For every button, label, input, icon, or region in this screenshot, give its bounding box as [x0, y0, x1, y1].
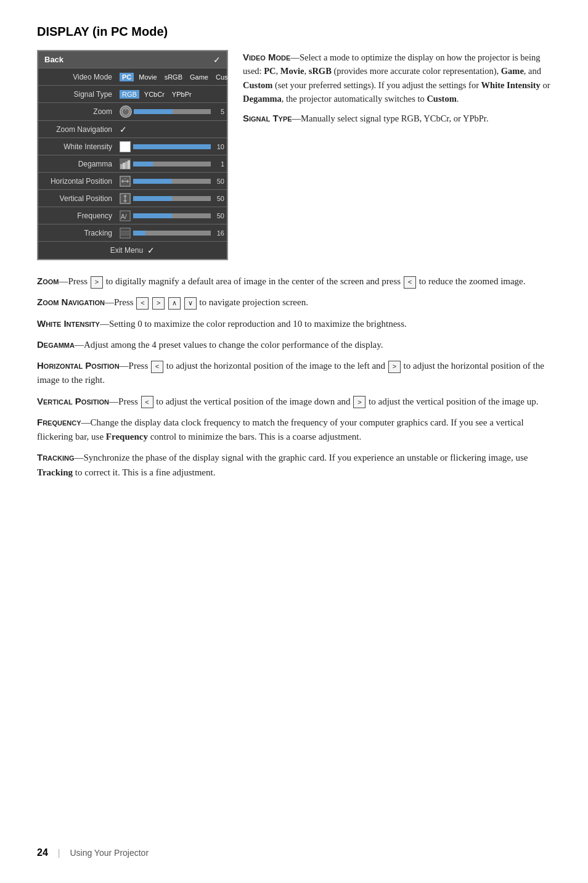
mode-btn-custom[interactable]: Custom — [213, 73, 242, 81]
desc-signal-type: Signal Type—Manually select signal type … — [243, 111, 551, 125]
signal-btn-ypbpr[interactable]: YPbPr — [169, 90, 194, 99]
top-section: Back ✓ Video Mode PC Movie sRGB Game Cus… — [37, 50, 551, 260]
zoom-slider-fill — [134, 109, 173, 114]
zoom-nav-up-btn[interactable]: ∧ — [168, 297, 181, 310]
body-section-frequency: Frequency—Change the display data clock … — [37, 415, 551, 445]
degamma-slider[interactable]: 1 — [133, 160, 224, 168]
degamma-slider-fill — [133, 162, 153, 166]
signal-btn-ycbcr[interactable]: YCbCr — [142, 90, 167, 99]
zoom-right-btn[interactable]: > — [91, 276, 103, 289]
osd-label-video-mode: Video Mode — [38, 73, 117, 81]
svg-text:A/: A/ — [121, 213, 127, 220]
frequency-icon: A/ — [120, 210, 131, 221]
body-term-zoom: Zoom — [37, 276, 59, 286]
body-term-vert-pos: Vertical Position — [37, 396, 109, 406]
horiz-pos-slider-bar — [133, 179, 211, 184]
osd-row-video-mode: Video Mode PC Movie sRGB Game Custom — [38, 68, 227, 86]
body-term-white-intensity: White Intensity — [37, 318, 100, 329]
signal-btn-rgb[interactable]: RGB — [120, 90, 139, 99]
white-intensity-slider[interactable]: 10 — [133, 143, 224, 150]
vert-pos-icon — [120, 193, 131, 204]
white-intensity-value: 10 — [213, 143, 224, 150]
mode-btn-game[interactable]: Game — [187, 73, 211, 81]
body-section-vert-pos: Vertical Position—Press < to adjust the … — [37, 394, 551, 409]
osd-row-white-intensity: White Intensity 10 — [38, 138, 227, 155]
vert-pos-slider-fill — [133, 196, 172, 201]
osd-label-vert-pos: Vertical Position — [38, 194, 117, 203]
white-intensity-icon — [120, 141, 131, 152]
body-term-degamma: Degamma — [37, 339, 75, 350]
svg-point-0 — [122, 108, 129, 115]
frequency-value: 50 — [213, 212, 224, 220]
body-section-horiz-pos: Horizontal Position—Press < to adjust th… — [37, 358, 551, 388]
desc-term-video-mode: Video Mode — [243, 52, 290, 62]
osd-content-frequency: A/ 50 — [117, 209, 227, 223]
mode-btn-srgb[interactable]: sRGB — [162, 73, 185, 81]
osd-panel: Back ✓ Video Mode PC Movie sRGB Game Cus… — [37, 50, 228, 260]
osd-label-horiz-pos: Horizontal Position — [38, 177, 117, 186]
zoom-dial-icon — [120, 105, 132, 118]
body-term-zoom-nav: Zoom Navigation — [37, 297, 105, 307]
osd-exit-check: ✓ — [147, 245, 155, 255]
footer-page-number: 24 — [37, 847, 48, 858]
osd-label-zoom-nav: Zoom Navigation — [38, 125, 117, 134]
vert-pos-value: 50 — [213, 195, 224, 202]
footer: 24 | Using Your Projector — [37, 847, 149, 858]
degamma-value: 1 — [213, 160, 224, 168]
osd-content-degamma: 1 — [117, 157, 227, 171]
osd-content-white-intensity: 10 — [117, 140, 227, 154]
osd-row-signal-type: Signal Type RGB YCbCr YPbPr — [38, 86, 227, 103]
svg-rect-5 — [128, 160, 130, 169]
desc-video-mode: Video Mode—Select a mode to optimize the… — [243, 50, 551, 106]
osd-label-degamma: Degamma — [38, 160, 117, 168]
zoom-slider-bar — [134, 109, 211, 114]
osd-row-horiz-pos: Horizontal Position 50 — [38, 173, 227, 190]
svg-rect-4 — [125, 162, 128, 169]
zoom-nav-down-btn[interactable]: ∨ — [184, 297, 197, 310]
frequency-slider[interactable]: 50 — [133, 212, 224, 220]
osd-row-zoom-nav: Zoom Navigation ✓ — [38, 121, 227, 138]
osd-content-zoom-nav: ✓ — [117, 123, 227, 136]
zoom-left-btn[interactable]: < — [404, 276, 416, 289]
osd-label-tracking: Tracking — [38, 229, 117, 237]
osd-row-vert-pos: Vertical Position 50 — [38, 190, 227, 207]
tracking-slider-bar — [133, 231, 211, 236]
degamma-slider-bar — [133, 162, 211, 166]
osd-row-zoom: Zoom 5 — [38, 103, 227, 121]
body-section-degamma: Degamma—Adjust among the 4 preset values… — [37, 337, 551, 352]
zoom-slider[interactable]: 5 — [134, 108, 224, 115]
horiz-left-btn[interactable]: < — [151, 361, 163, 373]
osd-row-frequency: Frequency A/ 50 — [38, 207, 227, 224]
osd-row-degamma: Degamma 1 — [38, 155, 227, 173]
white-intensity-slider-bar — [133, 144, 211, 149]
tracking-slider[interactable]: 16 — [133, 229, 224, 237]
body-term-tracking: Tracking — [37, 452, 75, 462]
mode-btn-movie[interactable]: Movie — [136, 73, 159, 81]
vert-down-btn[interactable]: > — [353, 396, 365, 408]
body-term-frequency: Frequency — [37, 417, 81, 427]
zoom-nav-right-btn[interactable]: > — [152, 297, 165, 310]
vert-pos-slider-bar — [133, 196, 211, 201]
svg-rect-2 — [120, 164, 123, 169]
page-title: DISPLAY (in PC Mode) — [37, 25, 551, 39]
osd-row-tracking: Tracking 16 — [38, 224, 227, 242]
svg-rect-3 — [123, 163, 125, 169]
body-term-horiz-pos: Horizontal Position — [37, 360, 120, 371]
tracking-slider-fill — [133, 231, 145, 236]
osd-back-check: ✓ — [213, 55, 221, 65]
vert-up-btn[interactable]: < — [141, 396, 153, 408]
zoom-nav-left-btn[interactable]: < — [136, 297, 149, 310]
zoom-nav-check: ✓ — [120, 125, 127, 134]
mode-btn-pc[interactable]: PC — [120, 73, 134, 81]
osd-label-zoom: Zoom — [38, 107, 117, 116]
osd-content-horiz-pos: 50 — [117, 175, 227, 188]
white-intensity-slider-fill — [133, 144, 211, 149]
description-panel: Video Mode—Select a mode to optimize the… — [243, 50, 551, 260]
horiz-right-btn[interactable]: > — [388, 361, 401, 373]
horiz-pos-slider[interactable]: 50 — [133, 178, 224, 185]
footer-divider: | — [58, 848, 60, 858]
vert-pos-slider[interactable]: 50 — [133, 195, 224, 202]
body-section-zoom-nav: Zoom Navigation—Press < > ∧ ∨ to navigat… — [37, 295, 551, 310]
osd-exit-label: Exit Menu — [110, 246, 143, 255]
zoom-value: 5 — [213, 108, 224, 115]
